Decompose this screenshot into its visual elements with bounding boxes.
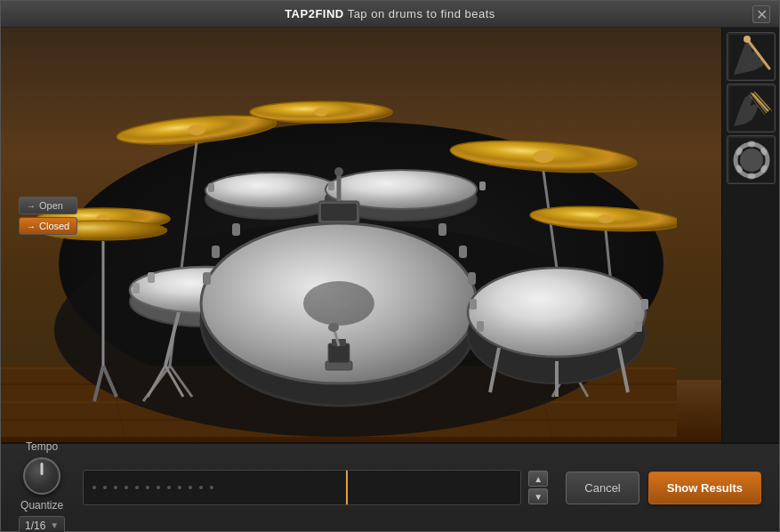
hihat-closed-label: Closed xyxy=(39,221,69,231)
hihat-open-label: Open xyxy=(39,200,63,211)
timeline-controls: ▲ ▼ xyxy=(528,471,548,504)
control-bar: Tempo Quantize 1/16 ▼ xyxy=(1,442,779,531)
svg-rect-57 xyxy=(232,223,240,236)
quantize-label: Quantize xyxy=(20,499,63,512)
quantize-select[interactable]: 1/16 ▼ xyxy=(19,516,65,533)
svg-point-24 xyxy=(533,150,554,163)
drumstick-icon xyxy=(729,35,774,79)
svg-point-88 xyxy=(740,149,763,172)
svg-point-22 xyxy=(314,108,328,117)
svg-rect-43 xyxy=(208,183,214,192)
svg-rect-63 xyxy=(477,321,484,332)
timeline-dot xyxy=(146,486,149,489)
tap2find-dialog: TAP2FIND Tap on drums to find beats ✕ xyxy=(0,0,780,532)
svg-point-94 xyxy=(747,173,756,179)
quantize-dropdown-icon: ▼ xyxy=(50,520,59,530)
hihat-open-button[interactable]: → Open xyxy=(19,197,77,214)
timeline-section: ▲ ▼ xyxy=(83,470,548,505)
svg-rect-33 xyxy=(133,283,140,294)
brush-thumb[interactable] xyxy=(727,84,776,133)
svg-rect-64 xyxy=(635,321,642,332)
show-results-button[interactable]: Show Results xyxy=(648,472,761,504)
closed-arrow-icon: → xyxy=(27,222,36,231)
svg-text:Solia: Solia xyxy=(330,299,349,309)
svg-rect-53 xyxy=(203,272,211,285)
tambourine-thumb[interactable] xyxy=(727,135,776,184)
timeline-dot xyxy=(135,486,139,489)
tempo-section: Tempo Quantize 1/16 ▼ xyxy=(19,440,65,533)
timeline-cursor xyxy=(346,471,348,504)
timeline-dot xyxy=(114,486,117,489)
svg-point-89 xyxy=(747,141,756,147)
svg-point-29 xyxy=(598,214,614,223)
cancel-button[interactable]: Cancel xyxy=(566,472,639,504)
svg-point-17 xyxy=(188,125,205,135)
svg-point-79 xyxy=(744,36,751,43)
quantize-value: 1/16 xyxy=(25,520,45,532)
timeline-dot xyxy=(167,486,171,489)
timeline-down-button[interactable]: ▼ xyxy=(528,488,548,504)
timeline-dot xyxy=(199,486,203,489)
svg-rect-48 xyxy=(479,181,486,190)
svg-rect-74 xyxy=(321,204,357,221)
svg-rect-56 xyxy=(459,246,467,258)
brand-name: TAP2FIND xyxy=(285,7,344,20)
svg-rect-54 xyxy=(468,272,476,285)
svg-rect-35 xyxy=(148,272,155,283)
svg-rect-58 xyxy=(438,223,446,236)
svg-point-76 xyxy=(334,167,343,176)
drumstick-thumb[interactable] xyxy=(727,32,776,81)
main-area: Solia xyxy=(1,28,779,442)
svg-rect-47 xyxy=(328,181,334,190)
drum-area[interactable]: Solia xyxy=(1,28,721,442)
timeline-dot xyxy=(178,486,181,489)
svg-rect-55 xyxy=(212,246,220,258)
title-subtitle: Tap on drums to find beats xyxy=(348,7,495,20)
drum-kit-svg: Solia xyxy=(1,28,677,437)
timeline-dot xyxy=(157,486,160,489)
svg-rect-69 xyxy=(328,343,350,363)
tambourine-icon xyxy=(729,138,774,182)
right-panel xyxy=(721,28,779,442)
timeline-dot xyxy=(189,486,192,489)
open-arrow-icon: → xyxy=(27,201,36,211)
title-text: TAP2FIND Tap on drums to find beats xyxy=(285,7,495,20)
svg-point-60 xyxy=(468,268,646,357)
timeline-dots xyxy=(92,486,485,489)
tempo-knob[interactable] xyxy=(23,457,60,495)
brush-icon xyxy=(729,86,774,131)
svg-point-72 xyxy=(328,323,339,332)
svg-rect-61 xyxy=(470,299,477,310)
timeline-dot xyxy=(92,486,96,489)
hihat-closed-button[interactable]: → Closed xyxy=(19,217,77,235)
action-buttons: Cancel Show Results xyxy=(566,472,761,504)
timeline-up-button[interactable]: ▲ xyxy=(528,471,548,487)
timeline-dot xyxy=(125,486,128,489)
timeline-dot xyxy=(103,486,107,489)
timeline-bar[interactable] xyxy=(83,470,521,505)
svg-rect-62 xyxy=(641,299,648,310)
close-button[interactable]: ✕ xyxy=(752,5,770,23)
hihat-controls: → Open → Closed xyxy=(19,197,77,235)
timeline-dot xyxy=(210,486,213,489)
title-bar: TAP2FIND Tap on drums to find beats ✕ xyxy=(1,1,779,28)
